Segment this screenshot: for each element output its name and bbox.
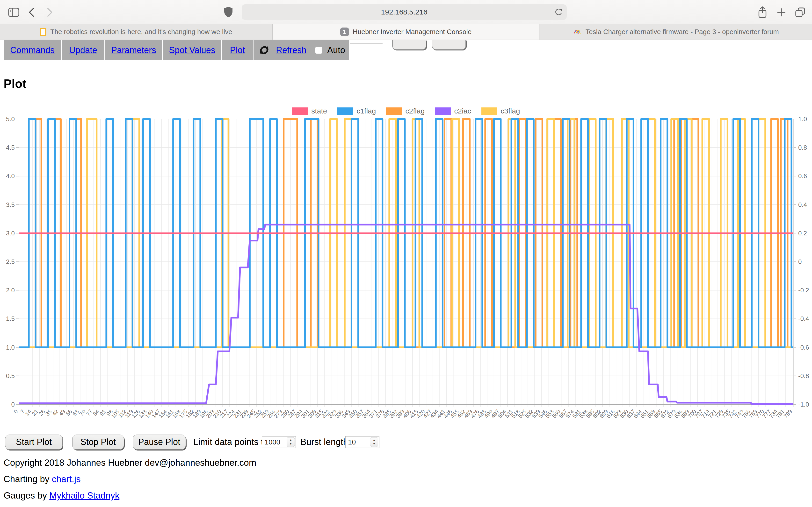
browser-toolbar: 192.168.5.216 — [0, 0, 812, 24]
svg-text:3.5: 3.5 — [6, 201, 15, 208]
limit-datapoints-label: Limit data points to: — [193, 437, 271, 447]
tab-robotics-article[interactable]: The robotics revolution is here, and it'… — [0, 24, 272, 40]
stepper-icon[interactable]: ▲▼ — [370, 437, 378, 447]
reload-icon[interactable] — [554, 8, 563, 18]
svg-text:2.0: 2.0 — [6, 287, 15, 294]
svg-text:0: 0 — [798, 258, 802, 265]
gauges-link[interactable]: Mykhailo Stadnyk — [49, 491, 119, 501]
svg-text:4.5: 4.5 — [6, 144, 15, 151]
tab-title: Huebner Inverter Management Console — [353, 28, 472, 36]
nav-cell-commands: Commands — [4, 40, 62, 60]
tab-title: Tesla Charger alternative firmware - Pag… — [586, 28, 779, 36]
openinverter-favicon — [572, 27, 582, 36]
address-bar[interactable]: 192.168.5.216 — [242, 4, 567, 20]
nav-link-commands[interactable]: Commands — [10, 45, 55, 55]
page-title: Plot — [4, 77, 27, 91]
copyright-text: Copyright 2018 Johannes Huebner dev@joha… — [4, 458, 256, 468]
svg-text:1.5: 1.5 — [6, 315, 15, 322]
svg-text:-1.0: -1.0 — [798, 401, 809, 408]
nav-cell-update: Update — [62, 40, 105, 60]
nav-link-spot-values[interactable]: Spot Values — [169, 45, 215, 55]
svg-text:0.4: 0.4 — [798, 201, 807, 208]
tab-openinverter-forum[interactable]: Tesla Charger alternative firmware - Pag… — [540, 24, 812, 40]
burst-length-label: Burst length: — [300, 437, 351, 447]
start-plot-button[interactable]: Start Plot — [5, 435, 63, 450]
svg-text:1.0: 1.0 — [6, 344, 15, 351]
tab-strip: The robotics revolution is here, and it'… — [0, 24, 812, 40]
plot-chart: 0714212835424956637077849198105112119126… — [0, 111, 812, 432]
svg-text:0.8: 0.8 — [798, 144, 807, 151]
url-text: 192.168.5.216 — [381, 8, 427, 16]
svg-text:0: 0 — [11, 401, 15, 408]
svg-text:5.0: 5.0 — [6, 115, 15, 123]
nav-link-plot[interactable]: Plot — [230, 45, 245, 55]
svg-text:0.2: 0.2 — [798, 230, 807, 237]
svg-text:799: 799 — [782, 408, 794, 419]
pause-plot-button[interactable]: Pause Plot — [133, 435, 186, 450]
cut-off-button-2[interactable] — [432, 40, 466, 50]
tab-overview-icon[interactable] — [794, 6, 806, 18]
tab-inverter-console[interactable]: 1 Huebner Inverter Management Console — [272, 24, 540, 40]
gauges-prefix: Gauges by — [4, 491, 49, 501]
svg-text:-0.4: -0.4 — [798, 315, 809, 322]
svg-text:0.5: 0.5 — [6, 372, 15, 380]
back-icon[interactable] — [26, 6, 38, 18]
svg-text:-0.6: -0.6 — [798, 344, 809, 351]
cut-off-button-1[interactable] — [392, 40, 426, 50]
chartjs-link[interactable]: chart.js — [52, 474, 81, 484]
gauges-credit: Gauges by Mykhailo Stadnyk — [4, 491, 119, 501]
svg-text:1.0: 1.0 — [798, 115, 807, 123]
charting-prefix: Charting by — [4, 474, 52, 484]
nav-link-refresh[interactable]: Refresh — [276, 45, 306, 55]
nav-cell-plot: Plot — [222, 40, 254, 60]
stop-plot-button[interactable]: Stop Plot — [72, 435, 124, 450]
auto-label: Auto — [327, 45, 345, 55]
svg-text:3.0: 3.0 — [6, 230, 15, 237]
privacy-shield-icon[interactable] — [222, 6, 235, 18]
svg-text:-0.2: -0.2 — [798, 287, 809, 294]
partial-rule — [350, 43, 383, 44]
nav-link-update[interactable]: Update — [69, 45, 97, 55]
safari-window: 192.168.5.216 The robotics rev — [0, 0, 812, 507]
share-icon[interactable] — [756, 6, 768, 18]
svg-text:-0.8: -0.8 — [798, 372, 809, 380]
burst-length-field: ▲▼ — [345, 436, 379, 448]
svg-text:2.5: 2.5 — [6, 258, 15, 265]
nav-cell-spot-values: Spot Values — [163, 40, 222, 60]
console-nav-bar: Commands Update Parameters Spot Values P… — [4, 40, 349, 60]
charting-credit: Charting by chart.js — [4, 474, 81, 484]
forward-icon[interactable] — [43, 6, 55, 18]
new-tab-icon[interactable] — [775, 6, 788, 18]
auto-refresh-checkbox[interactable] — [315, 47, 322, 54]
tab-title: The robotics revolution is here, and it'… — [50, 28, 232, 36]
refresh-icon[interactable] — [257, 43, 271, 57]
tab-badge: 1 — [340, 27, 349, 36]
limit-datapoints-field: ▲▼ — [262, 436, 296, 448]
nav-link-parameters[interactable]: Parameters — [111, 45, 156, 55]
plot-canvas: 0714212835424956637077849198105112119126… — [0, 111, 812, 432]
sidebar-toggle-icon[interactable] — [8, 6, 20, 18]
article-favicon — [40, 28, 46, 36]
nav-cell-parameters: Parameters — [105, 40, 163, 60]
svg-text:4.0: 4.0 — [6, 172, 15, 180]
stepper-icon[interactable]: ▲▼ — [287, 437, 295, 447]
svg-text:0.6: 0.6 — [798, 172, 807, 180]
svg-text:0: 0 — [12, 408, 19, 415]
nav-cell-refresh: Refresh Auto — [254, 40, 349, 60]
horizontal-rule — [350, 60, 471, 60]
